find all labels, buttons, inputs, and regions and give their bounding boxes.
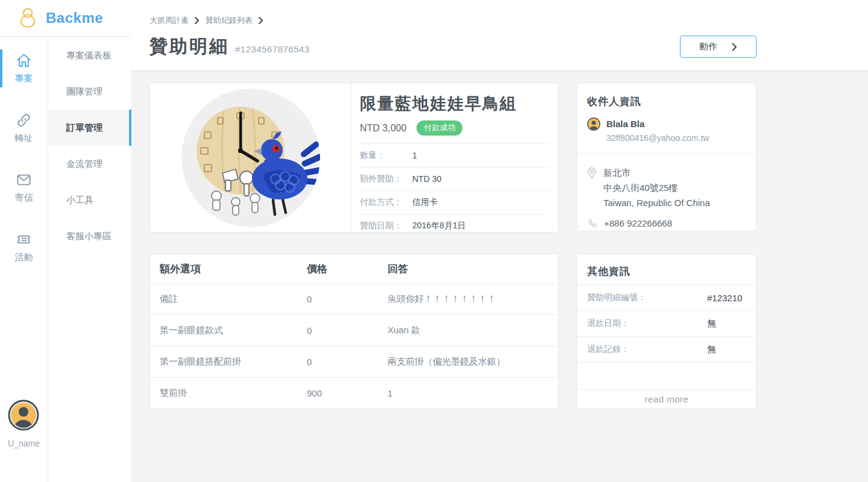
content: 限量藍地娃娃早鳥組 NTD 3,000 付款成功 數量： 1 額外贊助： NTD… — [131, 71, 868, 482]
detail-value: NTD 30 — [412, 174, 441, 184]
options-table: 額外選項 價格 回答 備註 0 魚頭你好！！！！！！！！ 第一副眼鏡款式 0 X… — [149, 254, 559, 409]
home-icon — [16, 52, 32, 69]
detail-row-payment: 付款方式： 信用卡 — [360, 190, 549, 214]
recipient-avatar — [587, 117, 600, 131]
menu-item-orders[interactable]: 訂單管理 — [48, 110, 131, 146]
recipient-phone: +886 922266668 — [604, 218, 672, 228]
detail-label: 付款方式： — [360, 197, 412, 208]
cell-price: 0 — [307, 357, 388, 367]
map-pin-icon — [587, 167, 597, 179]
detail-row-quantity: 數量： 1 — [360, 143, 549, 167]
menu-item-team[interactable]: 團隊管理 — [48, 74, 131, 110]
info-value: 無 — [707, 344, 716, 355]
app-root: Backme 專案 — [0, 0, 868, 482]
cell-option: 備註 — [150, 293, 307, 305]
cell-price: 0 — [307, 294, 388, 304]
page-title: 贊助明細 — [149, 34, 229, 59]
rail-item-projects[interactable]: 專案 — [0, 51, 48, 86]
info-label: 贊助明細編號： — [587, 292, 707, 303]
cell-price: 900 — [307, 388, 388, 398]
link-icon — [16, 112, 32, 128]
rail-item-events[interactable]: 活動 — [0, 230, 48, 264]
product-image-panel — [150, 83, 351, 232]
rail-item-label: 專案 — [15, 73, 33, 84]
rail-item-label: 活動 — [15, 252, 33, 263]
menu-item-support[interactable]: 客服小專區 — [48, 218, 131, 254]
chevron-right-icon — [259, 17, 263, 24]
detail-row-date: 贊助日期： 2016年8月1日 — [360, 214, 549, 237]
detail-label: 數量： — [360, 150, 412, 161]
cell-price: 0 — [307, 325, 388, 336]
recipient-address: 新北市 中央八街40號25樓 Taiwan, Republic Of China — [587, 154, 746, 210]
icon-rail: 專案 轉址 — [0, 37, 48, 482]
menu-item-label: 訂單管理 — [66, 122, 102, 134]
page-header: 大抓周計畫 贊助紀錄列表 贊助明細 #1234567876543 動作 — [131, 0, 868, 71]
detail-row-extra: 額外贊助： NTD 30 — [360, 167, 549, 190]
content-right-column: 收件人資訊 Blala Bla 32ff800416@y — [577, 83, 756, 471]
breadcrumb-project[interactable]: 大抓周計畫 — [149, 15, 189, 26]
cell-option: 第一副眼鏡搭配前掛 — [150, 356, 307, 368]
backme-chick-icon — [19, 7, 37, 29]
chevron-right-icon — [732, 43, 737, 51]
user-avatar[interactable] — [8, 399, 39, 431]
recipient-email: 32ff800416@yahoo.com.tw — [606, 133, 709, 143]
other-info-title: 其他資訊 — [587, 264, 746, 284]
info-row-refund-date: 退款日期： 無 — [577, 311, 756, 337]
breadcrumb-records[interactable]: 贊助紀錄列表 — [206, 15, 253, 26]
info-row-refund-record: 退款記錄： 無 — [577, 337, 756, 363]
menu-item-label: 小工具 — [66, 195, 93, 206]
column-header: 回答 — [388, 262, 558, 276]
info-value: 無 — [707, 318, 716, 330]
rail-item-mail[interactable]: 寄信 — [0, 171, 48, 205]
rail-item-redirect[interactable]: 轉址 — [0, 111, 48, 145]
product-info: 限量藍地娃娃早鳥組 NTD 3,000 付款成功 數量： 1 額外贊助： NTD… — [351, 83, 558, 232]
table-header-row: 額外選項 價格 回答 — [150, 254, 558, 283]
recipient-user: Blala Bla 32ff800416@yahoo.com.tw — [587, 117, 746, 143]
title-wrap: 贊助明細 #1234567876543 — [149, 34, 310, 59]
table-row: 備註 0 魚頭你好！！！！！！！！ — [150, 283, 558, 315]
recipient-card-title: 收件人資訊 — [587, 95, 746, 108]
action-button-label: 動作 — [699, 41, 717, 52]
menu-item-label: 團隊管理 — [66, 86, 102, 98]
payment-status-badge: 付款成功 — [417, 120, 462, 136]
menu-item-label: 專案儀表板 — [66, 50, 112, 61]
price-row: NTD 3,000 付款成功 — [360, 120, 549, 136]
order-id: #1234567876543 — [235, 44, 310, 54]
table-row: 雙前掛 900 1 — [150, 377, 558, 408]
address-city: 新北市 — [603, 165, 710, 180]
main-area: 大抓周計畫 贊助紀錄列表 贊助明細 #1234567876543 動作 — [131, 0, 868, 482]
cell-answer: 1 — [388, 388, 558, 398]
menu-item-label: 金流管理 — [66, 158, 102, 170]
sidebars: 專案 轉址 — [0, 37, 131, 482]
user-name-label: U_name — [8, 439, 40, 448]
mail-icon — [16, 172, 32, 188]
detail-label: 額外贊助： — [360, 174, 412, 184]
info-label: 退款記錄： — [587, 344, 707, 355]
recipient-name: Blala Bla — [606, 119, 709, 129]
recipient-identity: Blala Bla 32ff800416@yahoo.com.tw — [606, 117, 709, 143]
menu-item-dashboard[interactable]: 專案儀表板 — [48, 37, 131, 74]
recipient-card: 收件人資訊 Blala Bla 32ff800416@y — [577, 83, 756, 231]
product-card: 限量藍地娃娃早鳥組 NTD 3,000 付款成功 數量： 1 額外贊助： NTD… — [149, 83, 559, 233]
menu-item-widgets[interactable]: 小工具 — [48, 182, 131, 218]
left-panel: Backme 專案 — [0, 0, 131, 482]
brand-logo[interactable]: Backme — [0, 0, 131, 37]
read-more-link[interactable]: read more — [587, 390, 746, 408]
content-left-column: 限量藍地娃娃早鳥組 NTD 3,000 付款成功 數量： 1 額外贊助： NTD… — [149, 83, 559, 471]
cell-answer: 魚頭你好！！！！！！！！ — [388, 293, 558, 305]
product-photo — [181, 89, 320, 227]
info-row-detail-id: 贊助明細編號： #123210 — [577, 285, 756, 311]
menu-item-finance[interactable]: 金流管理 — [48, 146, 131, 182]
title-row: 贊助明細 #1234567876543 動作 — [149, 34, 850, 59]
cell-option: 雙前掛 — [150, 387, 307, 399]
table-row: 第一副眼鏡搭配前掛 0 兩支前掛（偏光墨鏡及水銀） — [150, 346, 558, 377]
recipient-phone-row: +886 922266668 — [587, 218, 746, 228]
detail-value: 2016年8月1日 — [412, 221, 466, 231]
other-info-card: 其他資訊 贊助明細編號： #123210 退款日期： 無 退款記錄： 無 — [577, 254, 756, 409]
rail-item-label: 轉址 — [15, 133, 33, 144]
info-row-empty — [577, 363, 756, 390]
cell-answer: 兩支前掛（偏光墨鏡及水銀） — [388, 356, 558, 368]
rail-user: U_name — [8, 399, 40, 482]
table-row: 第一副眼鏡款式 0 Xuan 款 — [150, 315, 558, 346]
action-button[interactable]: 動作 — [680, 36, 756, 58]
